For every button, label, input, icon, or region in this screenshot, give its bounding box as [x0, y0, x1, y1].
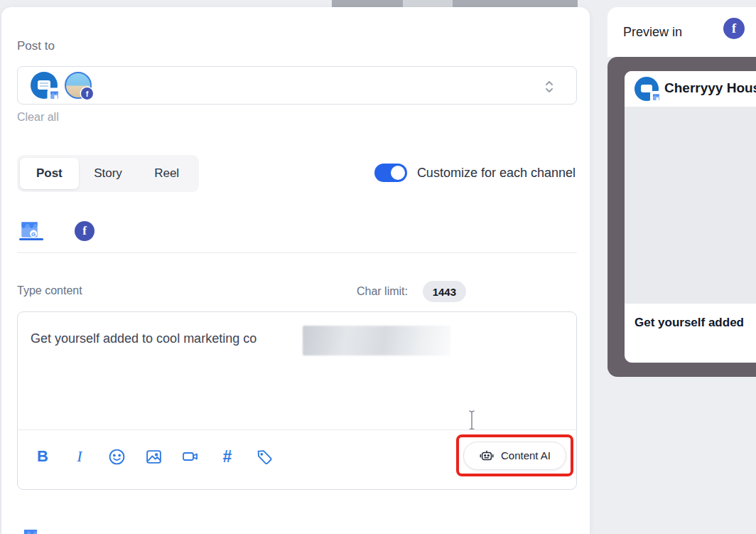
image-icon [145, 448, 163, 466]
facebook-account-avatar[interactable]: f [65, 72, 92, 99]
preview-account-avatar [634, 77, 659, 101]
char-limit-label: Char limit: [357, 285, 408, 298]
google-business-account-avatar[interactable] [31, 72, 58, 99]
clear-all-button[interactable]: Clear all [17, 111, 59, 124]
video-camera-icon [181, 448, 200, 465]
customize-toggle-row: Customize for each channel [374, 164, 576, 182]
preview-image-placeholder: M [625, 107, 756, 304]
active-channel-underline [19, 238, 43, 240]
preview-account-name: Cherryyy Hous [664, 80, 756, 96]
bold-button[interactable]: B [33, 447, 52, 466]
storefront-glyph [641, 85, 652, 92]
google-my-business-badge-icon [48, 89, 60, 101]
tab-reel[interactable]: Reel [137, 158, 196, 189]
tab-story[interactable]: Story [79, 158, 138, 189]
preview-facebook-icon[interactable]: f [723, 18, 745, 39]
post-to-label: Post to [17, 39, 55, 53]
google-my-business-badge-icon [651, 92, 662, 102]
background-window-bar [332, 0, 578, 7]
tag-button[interactable] [255, 448, 274, 466]
preview-header: Preview in f [608, 7, 756, 57]
tag-icon [256, 448, 274, 466]
customize-toggle[interactable] [374, 164, 407, 182]
content-type-tabs: Post Story Reel [17, 155, 199, 192]
robot-icon [479, 448, 495, 464]
storefront-glyph [38, 80, 50, 90]
emoji-button[interactable] [107, 448, 126, 466]
google-my-business-icon [23, 529, 38, 534]
customize-toggle-label: Customize for each channel [417, 166, 576, 181]
channel-tab-google-my-business[interactable]: G [20, 221, 39, 239]
gmb-options-label: Select Google My Business options [48, 525, 276, 534]
content-ai-annotation-box: Content AI [456, 434, 573, 476]
text-cursor-icon [468, 410, 476, 431]
preview-title: Preview in [623, 25, 682, 40]
background-window-bar-highlight [403, 0, 453, 7]
editor-toolbar: B I [33, 439, 274, 474]
hashtag-button[interactable]: # [218, 447, 237, 466]
svg-text:G: G [31, 231, 36, 237]
tab-post[interactable]: Post [20, 158, 79, 189]
char-limit-badge: 1443 [423, 281, 466, 302]
facebook-icon: f [75, 221, 94, 241]
google-my-business-icon: G [20, 221, 39, 239]
compose-post-screen: Post to f [0, 0, 756, 534]
content-ai-label: Content AI [501, 449, 551, 461]
channel-tab-facebook[interactable]: f [75, 221, 94, 241]
composer-panel: Post to f [1, 7, 590, 534]
gmb-options-row[interactable]: Select Google My Business options [23, 525, 276, 534]
account-select[interactable]: f [17, 66, 577, 105]
redacted-text-blur [303, 326, 450, 356]
chevron-up-down-icon[interactable] [544, 79, 555, 95]
post-content-text[interactable]: Get yourself added to cool marketing co [31, 330, 556, 348]
post-content-editor[interactable]: Get yourself added to cool marketing co … [17, 311, 577, 490]
smiley-icon [108, 448, 126, 466]
toolbar-divider [18, 429, 576, 430]
preview-frame: Cherryyy Hous M Get yourself added [608, 57, 756, 377]
toggle-knob [391, 166, 405, 180]
content-ai-button[interactable]: Content AI [463, 442, 566, 470]
preview-card-header: Cherryyy Hous [625, 71, 756, 107]
channel-tabs: G f [17, 218, 577, 253]
facebook-badge-icon: f [81, 87, 93, 100]
preview-caption: Get yourself added [625, 304, 756, 342]
italic-button[interactable]: I [70, 447, 89, 466]
preview-post-card: Cherryyy Hous M Get yourself added [625, 71, 756, 363]
image-button[interactable] [144, 448, 163, 466]
video-button[interactable] [181, 448, 200, 465]
type-content-label: Type content [17, 284, 82, 297]
